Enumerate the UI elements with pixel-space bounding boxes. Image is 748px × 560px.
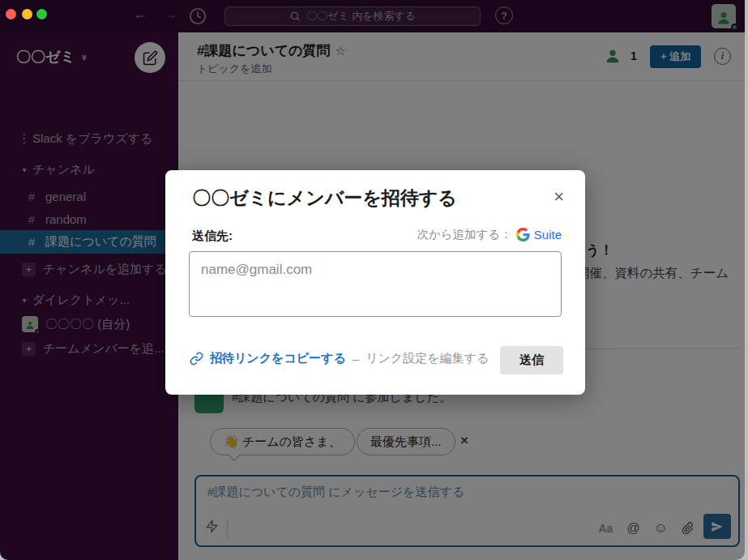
window-controls [0, 0, 65, 32]
screenshot-stage: ← → 〇〇ゼミ 内を検索する ? 〇〇ゼミ∨ ⋮ S [0, 0, 748, 560]
send-invite-button[interactable]: 送信 [500, 346, 563, 374]
modal-title: 〇〇ゼミにメンバーを招待する [192, 186, 457, 211]
send-to-label: 送信先: [192, 229, 233, 244]
add-from-label: 次から追加する： [417, 227, 511, 242]
minimize-window-button[interactable] [22, 9, 32, 19]
invite-email-input[interactable] [189, 251, 562, 317]
add-from-group[interactable]: 次から追加する： Suite [417, 227, 562, 242]
close-window-button[interactable] [6, 9, 16, 19]
link-chain-icon[interactable] [190, 352, 203, 365]
invite-members-modal: 〇〇ゼミにメンバーを招待する × 送信先: 次から追加する： Suite 招待リ… [165, 170, 585, 395]
google-g-icon [516, 228, 530, 242]
edit-link-settings-button[interactable]: リンク設定を編集する [365, 351, 489, 366]
gsuite-label: Suite [534, 228, 562, 242]
separator-dash: – [353, 352, 359, 365]
invite-link-row: 招待リンクをコピーする – リンク設定を編集する [190, 351, 489, 366]
slack-window: ← → 〇〇ゼミ 内を検索する ? 〇〇ゼミ∨ ⋮ S [0, 0, 745, 560]
copy-invite-link-button[interactable]: 招待リンクをコピーする [210, 351, 346, 366]
close-icon[interactable]: × [554, 188, 564, 206]
zoom-window-button[interactable] [36, 9, 47, 19]
